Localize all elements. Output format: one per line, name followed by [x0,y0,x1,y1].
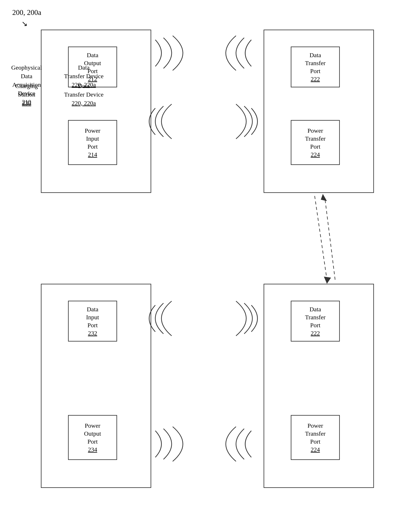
data-transfer-port-222-top-id: 222 [311,76,320,82]
power-transfer-port-224-top: PowerTransferPort 224 [291,120,340,165]
power-output-port-234: PowerOutputPort 234 [68,415,117,460]
data-transfer-port-222-bot-id: 222 [311,330,320,336]
data-input-port-232-id: 232 [88,330,97,336]
figure-arrow: ↘ [21,19,28,28]
svg-marker-1 [324,277,331,284]
data-transfer-port-222-top: DataTransferPort 222 [291,47,340,87]
device-210: DataOutputPort 212 PowerInputPort 214 [41,30,151,193]
power-output-port-234-label: PowerOutputPort [84,422,101,445]
data-input-port-232-label: DataInputPort [86,306,99,328]
power-transfer-port-224-bot-label: PowerTransferPort [305,422,326,445]
svg-line-2 [325,198,335,280]
power-transfer-port-224-bot: PowerTransferPort 224 [291,415,340,460]
power-output-port-234-id: 234 [88,446,97,453]
data-transfer-port-222-bot-label: DataTransferPort [305,306,326,328]
power-transfer-port-224-top-label: PowerTransferPort [305,127,326,150]
figure-label: 200, 200a [12,8,41,17]
power-input-port-214-label: PowerInputPort [85,127,100,150]
power-input-port-214-id: 214 [88,151,97,158]
power-transfer-port-224-top-id: 224 [311,151,320,158]
device-230-label: Charging Station 230 [6,82,47,107]
power-transfer-port-224-bot-id: 224 [311,446,320,453]
data-input-port-232: DataInputPort 232 [68,301,117,342]
svg-line-0 [315,196,327,280]
svg-marker-3 [321,194,327,201]
device-220-bot: DataTransferPort 222 PowerTransferPort 2… [264,284,374,488]
data-transfer-port-222-top-label: DataTransferPort [305,52,326,74]
diagram: 200, 200a ↘ DataOutputPort 212 PowerInpu… [0,0,415,532]
power-input-port-214: PowerInputPort 214 [68,120,117,165]
data-transfer-port-222-bot: DataTransferPort 222 [291,301,340,342]
device-230: DataInputPort 232 PowerOutputPort 234 [41,284,151,488]
device-220-bot-label: DataTransfer Device 220, 220a [63,82,104,107]
device-220-top: DataTransferPort 222 PowerTransferPort 2… [264,30,374,193]
